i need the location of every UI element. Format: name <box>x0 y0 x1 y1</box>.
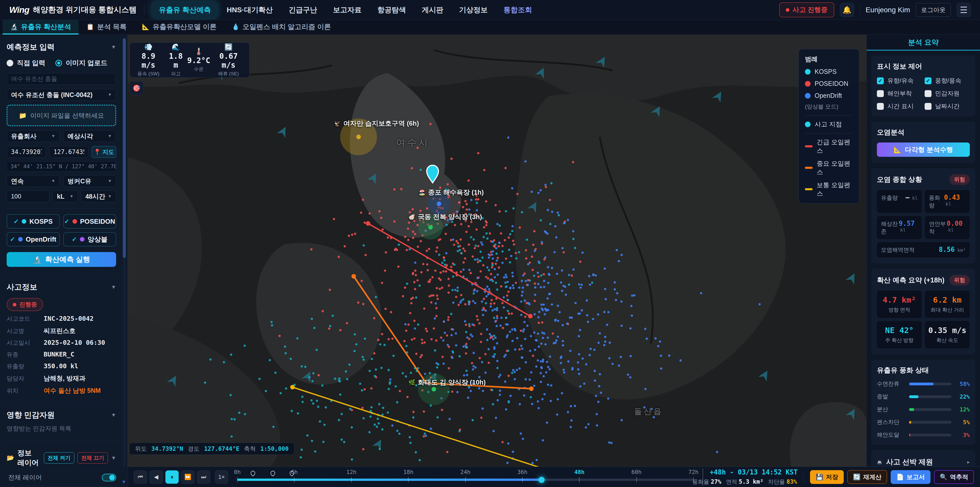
weathering-bar-row: 펜스차단 5% <box>877 418 970 426</box>
scrollbar-thumb[interactable] <box>123 38 126 258</box>
playback-button[interactable]: ⏩ <box>181 470 194 484</box>
menu-button[interactable]: ☰ <box>956 3 971 17</box>
stat-unit: km² <box>957 247 966 253</box>
display-option-checkbox[interactable]: 민감자원 <box>924 89 970 97</box>
incident-info-row: 담당자 남해청, 방재과 <box>6 374 116 383</box>
image-upload-dropzone[interactable]: 📁 이미지 파일을 선택하세요 <box>6 105 116 126</box>
oil-fence-endpoint[interactable] <box>290 385 295 390</box>
model-toggle-chip[interactable]: ✓ 앙상블 <box>63 232 116 246</box>
oil-fence-endpoint[interactable] <box>352 274 356 279</box>
sidebar-scrollbar[interactable] <box>123 38 126 467</box>
map-place-label: 여수시 <box>396 136 430 149</box>
longitude-input[interactable] <box>49 146 89 158</box>
collapse-icon[interactable]: ▼ <box>111 412 116 418</box>
display-option-checkbox[interactable]: 유향/유속 <box>877 77 922 85</box>
brand-logo: Wing <box>9 5 29 15</box>
scroll-down-icon[interactable]: ▼ <box>121 479 126 485</box>
playback-speed-button[interactable]: 1× <box>215 470 228 484</box>
logout-button[interactable]: 로그아웃 <box>916 3 951 17</box>
site-icon: 🦅 <box>334 120 341 127</box>
nav-menu-item[interactable]: HNS·대기확산 <box>220 2 279 18</box>
oil-fence-endpoint[interactable] <box>528 314 533 318</box>
incident-name-input[interactable] <box>6 73 116 85</box>
playback-button[interactable]: ⏸ <box>165 470 179 484</box>
run-prediction-button[interactable]: 🔬 확산예측 실행 <box>6 252 116 267</box>
fence-event-marker[interactable] <box>290 470 294 477</box>
nav-menu-item[interactable]: 항공탐색 <box>371 2 413 18</box>
checkbox-label: 날짜시간 <box>935 102 959 110</box>
incident-info-row: 사고일시 2025-02-10 06:30 <box>6 339 116 347</box>
collapse-icon[interactable]: ▼ <box>111 44 116 50</box>
oil-fence-line[interactable] <box>354 276 531 389</box>
stat-unit: kl <box>912 195 918 201</box>
fence-event-marker[interactable] <box>270 470 275 477</box>
oil-fence-line[interactable] <box>368 224 530 316</box>
display-option-checkbox[interactable]: 날짜시간 <box>924 102 970 110</box>
expected-time-select[interactable]: 예상시각 ▼ <box>63 130 116 142</box>
tab-item[interactable]: 📐 유출유확산모델 이론 <box>134 20 224 35</box>
incident-select[interactable]: 여수 유조선 충돌 (INC-0042) ▼ <box>6 89 116 101</box>
info-label: 사고일시 <box>6 339 44 347</box>
nav-menu-item[interactable]: 게시판 <box>415 2 450 18</box>
pick-on-map-button[interactable]: 📍 지도 <box>92 146 116 158</box>
bar-label: 수면잔류 <box>877 380 905 388</box>
duration-select[interactable]: 48시간 ▼ <box>81 190 116 202</box>
action-label: 저장 <box>826 473 838 481</box>
polygon-analysis-button[interactable]: 📐 다각형 분석수행 <box>877 142 970 157</box>
oil-type-select[interactable]: 벙커C유 ▼ <box>63 175 116 187</box>
collapse-icon[interactable]: ▼ <box>111 455 116 461</box>
collapse-icon[interactable]: ▼ <box>111 284 116 290</box>
playback-button[interactable]: ⏭ <box>197 470 210 484</box>
nav-menu-item[interactable]: 보고자료 <box>326 2 368 18</box>
legend-mode-note: (앙상블 모드) <box>805 103 853 110</box>
amount-input[interactable] <box>6 190 49 202</box>
nav-menu-item[interactable]: 통합조회 <box>497 2 539 18</box>
radio-image-upload[interactable]: 이미지 업로드 <box>56 59 107 67</box>
tab-item[interactable]: 🔬 유출유 확산분석 <box>3 20 79 35</box>
map-canvas-area[interactable]: 여수시 돌산읍 🦅 여자만 습지보호구역 (6h) 🏖️ 종포 해수욕장 (1h… <box>127 35 866 466</box>
incident-pin[interactable] <box>427 165 438 183</box>
slider-handle[interactable] <box>538 477 545 483</box>
oil-fence-endpoint[interactable] <box>366 221 370 226</box>
layers-all-off-button[interactable]: 전체 끄기 <box>77 452 108 463</box>
playback-button[interactable]: ◀ <box>150 470 163 484</box>
tab-item[interactable]: 📋 분석 목록 <box>79 20 134 35</box>
oil-fence-endpoint[interactable] <box>529 386 534 391</box>
master-layer-toggle[interactable] <box>102 474 116 481</box>
tab-item[interactable]: 💧 오일펜스 배치 알고리즘 이론 <box>224 20 339 35</box>
impact-subtitle: 영향받는 민감자원 목록 <box>6 425 116 433</box>
upload-hint: 이미지 파일을 선택하세요 <box>30 111 104 120</box>
company-select[interactable]: 유출회사 ▼ <box>6 130 60 142</box>
legend-incident-item: 사고 지점 <box>805 120 853 128</box>
nav-menu-item[interactable]: 유출유 확산예측 <box>152 2 218 18</box>
bar-label: 분산 <box>877 406 905 413</box>
layers-all-on-button[interactable]: 전체 켜기 <box>44 452 75 463</box>
model-toggle-chip[interactable]: ✓ KOSPS <box>6 214 60 228</box>
model-toggle-chip[interactable]: ✓ OpenDrift <box>6 232 60 246</box>
fence-event-marker[interactable] <box>250 470 256 477</box>
center-on-incident-button[interactable]: 🎯 <box>130 81 143 95</box>
weather-info-box: 💨 8.9 m/s 풍속 (SW) 🌊 1.8 m 파고 🌡️ 9.2°C 수온 <box>130 42 250 78</box>
divider <box>805 115 853 115</box>
sensitive-zone-dot <box>356 134 361 139</box>
action-button[interactable]: 💾 저장 <box>810 470 844 484</box>
action-button[interactable]: 🔄 재계산 <box>847 470 887 484</box>
display-option-checkbox[interactable]: 시간 표시 <box>877 102 922 110</box>
display-option-checkbox[interactable]: 풍향/풍속 <box>924 77 970 85</box>
action-button[interactable]: 🔍 역추적 <box>934 470 974 484</box>
nav-menu-item[interactable]: 긴급구난 <box>282 2 324 18</box>
model-toggle-chip[interactable]: ✓ POSEIDON <box>63 214 116 228</box>
time-slider[interactable]: 0h6h12h18h24h36h48h60h72h <box>237 467 694 487</box>
ship-specs-card[interactable]: 🚢 사고 선박 제원 ▸ <box>871 450 975 466</box>
latitude-input[interactable] <box>6 146 46 158</box>
radio-direct-input[interactable]: 직접 입력 <box>6 59 45 67</box>
notifications-button[interactable]: 🔔 <box>840 3 854 17</box>
nav-menu-item[interactable]: 기상정보 <box>452 2 494 18</box>
display-option-checkbox[interactable]: 해안부착 <box>877 89 922 97</box>
playback-button[interactable]: ⏮ <box>134 470 147 484</box>
unit-select[interactable]: kL ▼ <box>52 190 78 202</box>
timeline-tick <box>522 477 523 482</box>
analysis-summary-panel: 분석 요약 표시 정보 제어 유향/유속 풍향/풍속 <box>866 35 980 466</box>
action-button[interactable]: 📄 보고서 <box>891 470 931 484</box>
spill-mode-select[interactable]: 연속 ▼ <box>6 175 60 187</box>
